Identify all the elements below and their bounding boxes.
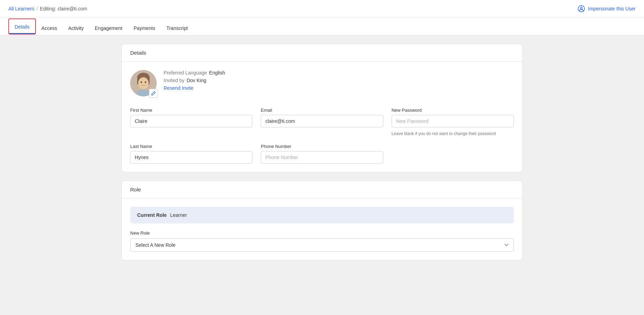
- impersonate-user-button[interactable]: Impersonate this User: [578, 5, 636, 13]
- tab-details[interactable]: Details: [9, 19, 35, 34]
- user-form: First Name Email New Password Leave blan…: [130, 108, 514, 164]
- tab-activity[interactable]: Activity: [63, 21, 89, 35]
- breadcrumb-current-page: Editing: claire@ti.com: [40, 6, 87, 11]
- last-name-group: Last Name: [130, 144, 252, 164]
- phone-input[interactable]: [261, 151, 383, 164]
- main-content: Details: [113, 36, 531, 277]
- tab-payments[interactable]: Payments: [128, 21, 161, 35]
- tabs-bar: Details Access Activity Engagement Payme…: [0, 17, 644, 36]
- first-name-input[interactable]: [130, 115, 252, 127]
- breadcrumb-all-learners[interactable]: All Learners: [8, 6, 34, 11]
- current-role-label: Current Role: [137, 212, 167, 218]
- details-card-body: Preferred Language English Invited by Do…: [122, 62, 522, 172]
- tab-details-wrapper: Details: [8, 18, 36, 34]
- tab-access[interactable]: Access: [36, 21, 63, 35]
- role-card-body: Current Role Learner New Role Select A N…: [122, 198, 522, 260]
- details-card-header: Details: [122, 44, 522, 62]
- phone-group: Phone Number: [261, 144, 383, 164]
- first-name-label: First Name: [130, 108, 252, 113]
- preferred-language-value: English: [209, 70, 225, 76]
- tab-engagement[interactable]: Engagement: [89, 21, 128, 35]
- profile-section: Preferred Language English Invited by Do…: [130, 70, 514, 98]
- impersonate-icon: [578, 5, 585, 13]
- edit-icon: [151, 91, 156, 96]
- new-password-group: New Password Leave blank if you do not w…: [392, 108, 514, 137]
- avatar-wrapper: [130, 70, 158, 98]
- resend-invite-link[interactable]: Resend Invite: [164, 85, 225, 91]
- last-name-input[interactable]: [130, 151, 252, 164]
- svg-point-1: [580, 7, 582, 9]
- edit-avatar-button[interactable]: [149, 89, 158, 98]
- phone-label: Phone Number: [261, 144, 383, 149]
- current-role-value: Learner: [170, 212, 187, 218]
- new-password-label: New Password: [392, 108, 514, 113]
- breadcrumb: All Learners / Editing: claire@ti.com: [8, 6, 87, 11]
- first-name-group: First Name: [130, 108, 252, 137]
- top-bar: All Learners / Editing: claire@ti.com Im…: [0, 0, 644, 17]
- invited-by-row: Invited by Dov King: [164, 78, 225, 83]
- svg-point-8: [145, 81, 146, 83]
- preferred-language-row: Preferred Language English: [164, 70, 225, 76]
- last-name-label: Last Name: [130, 144, 252, 149]
- new-password-hint: Leave blank if you do not want to change…: [392, 131, 514, 137]
- svg-point-0: [578, 5, 584, 11]
- invited-by-label: Invited by: [164, 78, 184, 83]
- new-role-select[interactable]: Select A New Role Admin Learner Manager: [130, 238, 514, 252]
- new-role-section: New Role Select A New Role Admin Learner…: [130, 230, 514, 252]
- email-input[interactable]: [261, 115, 383, 127]
- breadcrumb-separator: /: [37, 6, 38, 11]
- new-role-label: New Role: [130, 230, 514, 236]
- details-card: Details: [121, 44, 523, 172]
- role-card: Role Current Role Learner New Role Selec…: [121, 181, 523, 260]
- impersonate-button-label: Impersonate this User: [588, 6, 636, 11]
- new-password-input[interactable]: [392, 115, 514, 127]
- current-role-box: Current Role Learner: [130, 207, 514, 223]
- profile-info: Preferred Language English Invited by Do…: [164, 70, 225, 91]
- tab-transcript[interactable]: Transcript: [161, 21, 194, 35]
- preferred-language-label: Preferred Language: [164, 70, 207, 76]
- role-card-header: Role: [122, 181, 522, 198]
- svg-point-6: [138, 77, 149, 89]
- email-group: Email: [261, 108, 383, 137]
- invited-by-value: Dov King: [187, 78, 206, 83]
- email-label: Email: [261, 108, 383, 113]
- svg-point-7: [141, 81, 142, 83]
